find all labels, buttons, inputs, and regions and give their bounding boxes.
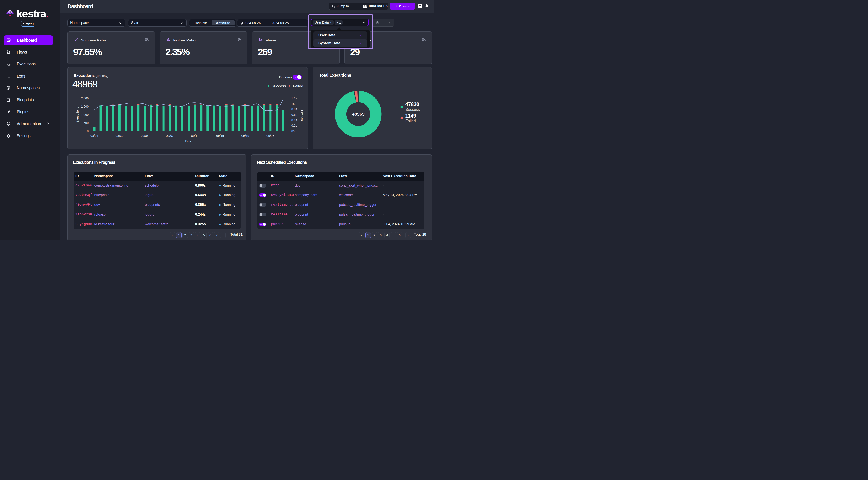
svg-text:08/30: 08/30 [116,134,123,137]
svg-text:0: 0 [87,129,89,133]
svg-text:0.6s: 0.6s [291,113,297,117]
svg-text:08/26: 08/26 [90,134,98,137]
svg-text:48969: 48969 [352,111,364,117]
svg-text:500: 500 [84,121,89,125]
svg-text:0.4s: 0.4s [291,118,297,122]
svg-text:2,000: 2,000 [81,97,88,100]
svg-text:1.2s: 1.2s [291,97,297,100]
svg-text:Failed: Failed [405,119,416,123]
svg-text:1,500: 1,500 [81,105,88,108]
svg-text:47820: 47820 [405,101,419,107]
svg-text:09/23: 09/23 [267,134,274,137]
svg-text:0s: 0s [291,129,294,133]
svg-text:1,000: 1,000 [81,113,88,117]
svg-text:Executions: Executions [76,107,79,123]
svg-text:09/11: 09/11 [191,134,198,137]
svg-text:09/07: 09/07 [166,134,174,137]
svg-text:Success: Success [405,107,420,112]
svg-text:Duration: Duration [300,109,304,121]
svg-text:1s: 1s [291,102,294,105]
svg-text:0.8s: 0.8s [291,107,297,111]
svg-text:Date: Date [185,139,192,143]
svg-text:1149: 1149 [405,113,416,119]
svg-text:0.2s: 0.2s [291,124,297,127]
svg-text:09/15: 09/15 [216,134,224,137]
svg-text:09/03: 09/03 [141,134,149,137]
svg-text:09/19: 09/19 [241,134,249,137]
